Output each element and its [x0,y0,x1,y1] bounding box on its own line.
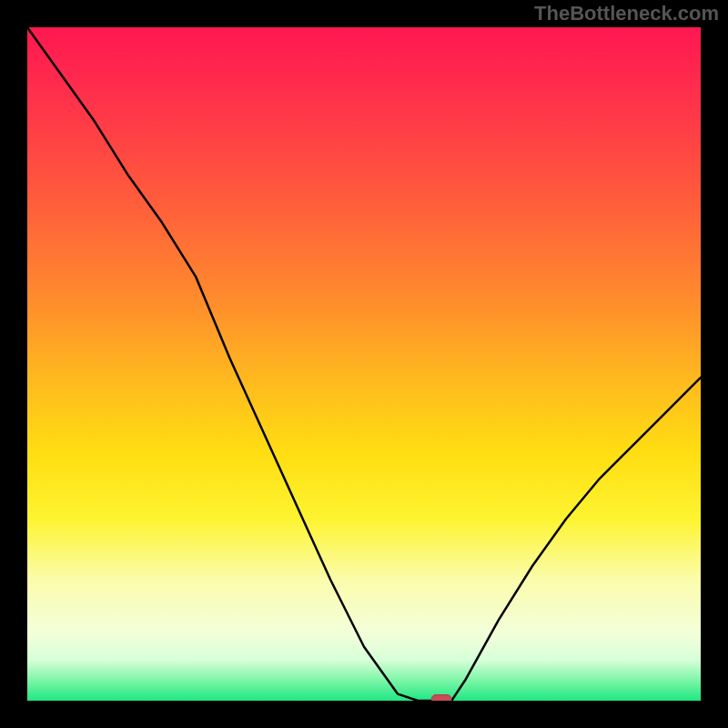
minimum-marker [431,695,451,702]
plot-area [27,27,701,701]
watermark-label: TheBottleneck.com [534,2,719,25]
chart-container: TheBottleneck.com [0,0,728,728]
curve-layer [27,27,701,701]
bottleneck-curve [27,27,701,701]
